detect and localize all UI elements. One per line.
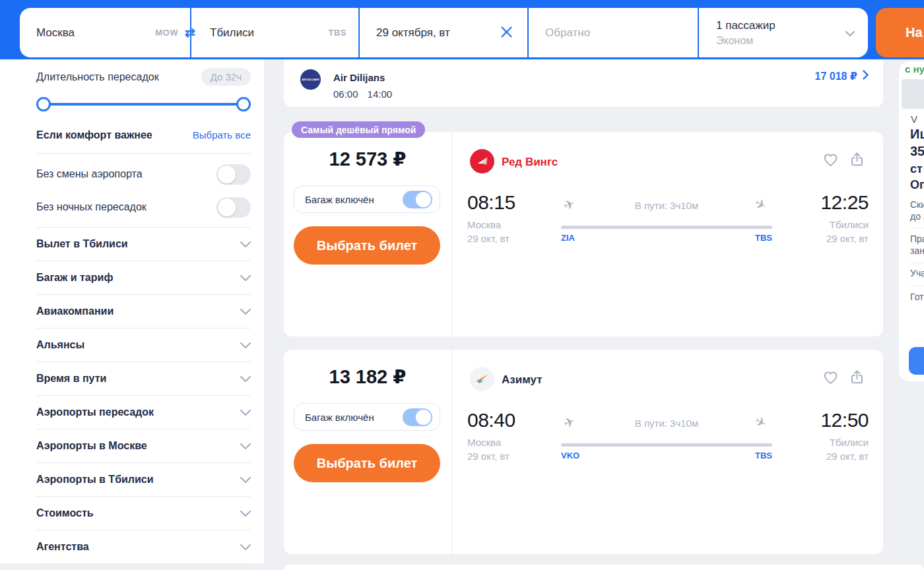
divider bbox=[910, 263, 924, 263]
promo-card-fragment: с ну V Иш 35 ст Оп Ски до 3 Пра зан Уча … bbox=[899, 61, 924, 381]
offer-card-azimut: 13 182 ₽ Багаж включён Выбрать билет Ази… bbox=[284, 350, 883, 554]
baggage-option-box: Багаж включён bbox=[294, 185, 440, 213]
promo-image-fragment bbox=[902, 79, 924, 109]
heart-icon bbox=[822, 369, 839, 388]
takeoff-icon: ✈ bbox=[561, 413, 578, 432]
next-card-fragment bbox=[284, 565, 924, 570]
no-airport-change-toggle[interactable] bbox=[216, 164, 251, 185]
arrival-date: 29 окт, вт bbox=[746, 233, 869, 244]
promo-heading-fragment: ст bbox=[910, 162, 923, 176]
select-all-link[interactable]: Выбрать все bbox=[193, 129, 251, 141]
cabin-class-value: Эконом bbox=[716, 35, 776, 47]
flight-times: 06:0014:00 bbox=[333, 88, 401, 100]
favorite-button[interactable] bbox=[822, 369, 839, 388]
departure-date: 29 окт, вт bbox=[467, 233, 510, 244]
passengers-value: 1 пассажир bbox=[716, 19, 776, 32]
arrival-date: 29 окт, вт bbox=[746, 451, 869, 462]
filters-sidebar: Длительность пересадок До 32ч Если комфо… bbox=[0, 59, 264, 563]
origin-field[interactable]: Москва MOW bbox=[20, 8, 190, 57]
departure-date: 29 окт, вт bbox=[467, 451, 510, 462]
depart-date-value: 29 октября, вт bbox=[376, 26, 450, 40]
flight-timeline bbox=[561, 226, 772, 229]
offer-price-link[interactable]: 17 018 ₽ bbox=[814, 70, 869, 82]
filter-section-price[interactable]: Стоимость bbox=[36, 497, 251, 530]
offer-price: 12 573 ₽ bbox=[284, 148, 451, 170]
depart-date-field[interactable]: 29 октября, вт bbox=[360, 8, 527, 57]
red-wings-logo bbox=[470, 149, 494, 174]
offer-card-red-wings: 12 573 ₽ Багаж включён Выбрать билет Ред… bbox=[284, 132, 883, 336]
select-ticket-button[interactable]: Выбрать билет bbox=[294, 444, 440, 482]
promo-item-fragment: до 3 bbox=[910, 211, 924, 222]
chevron-down-icon bbox=[240, 238, 251, 250]
slider-handle-max[interactable] bbox=[236, 97, 251, 111]
divider bbox=[36, 153, 251, 154]
share-button[interactable] bbox=[849, 369, 865, 387]
filter-section-baggage-tariff[interactable]: Багаж и тариф bbox=[36, 261, 251, 295]
destination-iata-code: TBS bbox=[329, 28, 347, 38]
chevron-down-icon bbox=[240, 507, 251, 519]
promo-ad-text-fragment: с ну bbox=[905, 63, 924, 75]
origin-iata-code: MOW bbox=[155, 28, 178, 38]
filter-section-airlines[interactable]: Авиакомпании bbox=[36, 295, 251, 329]
passengers-field[interactable]: 1 пассажир Эконом bbox=[699, 8, 868, 57]
clear-date-button[interactable] bbox=[500, 26, 513, 40]
swap-icon: ⇄ bbox=[185, 25, 195, 40]
slider-handle-min[interactable] bbox=[36, 97, 51, 111]
divider bbox=[451, 350, 452, 554]
chevron-down-icon bbox=[240, 440, 251, 452]
filter-section-layover-airports[interactable]: Аэропорты пересадок bbox=[36, 396, 251, 429]
no-night-layovers-toggle[interactable] bbox=[216, 197, 251, 218]
return-date-field[interactable]: Обратно bbox=[529, 8, 698, 57]
promo-heading-fragment: Оп bbox=[910, 178, 924, 192]
heart-icon bbox=[822, 152, 839, 170]
swap-directions-button[interactable]: ⇄ bbox=[178, 20, 202, 44]
departure-airport-code: VKO bbox=[561, 451, 579, 460]
destination-field[interactable]: Тбилиси TBS bbox=[191, 8, 358, 57]
airline-name: Азимут bbox=[502, 373, 543, 387]
baggage-toggle[interactable] bbox=[403, 191, 432, 208]
baggage-label: Багаж включён bbox=[305, 194, 374, 205]
takeoff-icon: ✈ bbox=[561, 195, 578, 214]
baggage-label: Багаж включён bbox=[305, 412, 374, 423]
filter-section-alliances[interactable]: Альянсы bbox=[36, 329, 251, 362]
promo-heading-fragment: Иш bbox=[910, 127, 924, 142]
favorite-button[interactable] bbox=[822, 152, 839, 170]
airline-name: Ред Вингс bbox=[502, 156, 558, 169]
chevron-right-icon bbox=[863, 70, 869, 82]
select-ticket-button[interactable]: Выбрать билет bbox=[294, 226, 440, 265]
layover-duration-badge: До 32ч bbox=[201, 68, 251, 86]
promo-logo-fragment: V bbox=[911, 113, 917, 125]
chevron-down-icon bbox=[240, 305, 251, 317]
chevron-down-icon bbox=[240, 339, 251, 351]
promo-cta-button[interactable] bbox=[909, 347, 924, 375]
close-icon bbox=[500, 26, 513, 40]
origin-value: Москва bbox=[36, 26, 75, 40]
filter-section-airports-tbilisi[interactable]: Аэропорты в Тбилиси bbox=[36, 463, 251, 497]
baggage-toggle[interactable] bbox=[403, 408, 432, 426]
chevron-down-icon bbox=[240, 272, 251, 284]
flight-duration: В пути: 3ч10м bbox=[581, 418, 752, 429]
filter-section-airports-moscow[interactable]: Аэропорты в Москве bbox=[36, 429, 251, 463]
layover-duration-slider[interactable] bbox=[36, 96, 251, 112]
filter-section-departure-tbilisi[interactable]: Вылет в Тбилиси bbox=[36, 228, 251, 261]
share-icon bbox=[849, 369, 865, 387]
filter-section-travel-time[interactable]: Время в пути bbox=[36, 362, 251, 396]
offer-card-air-dilijans[interactable]: AIR DILIJANS Air Dilijans 06:0014:00 17 … bbox=[284, 59, 883, 107]
filter-sections-list: Вылет в Тбилиси Багаж и тариф Авиакомпан… bbox=[36, 227, 251, 564]
layover-duration-label: Длительность пересадок bbox=[36, 71, 159, 83]
chevron-down-icon bbox=[845, 27, 855, 39]
arrival-time: 12:25 bbox=[746, 191, 869, 214]
divider bbox=[451, 132, 452, 336]
slider-track bbox=[39, 103, 248, 106]
arrival-time: 12:50 bbox=[746, 409, 869, 431]
share-button[interactable] bbox=[849, 151, 865, 170]
flight-search-results-page: Москва MOW ⇄ Тбилиси TBS 29 октября, вт … bbox=[0, 0, 924, 570]
comfort-section-title: Если комфорт важнее bbox=[36, 129, 152, 141]
return-date-placeholder: Обратно bbox=[545, 26, 590, 40]
baggage-option-box: Багаж включён bbox=[294, 403, 440, 431]
arrival-city: Тбилиси bbox=[746, 219, 869, 230]
offer-price: 13 182 ₽ bbox=[284, 365, 451, 388]
search-submit-button[interactable]: На bbox=[876, 8, 924, 57]
filter-section-agencies[interactable]: Агентства bbox=[36, 530, 251, 564]
chevron-down-icon bbox=[240, 541, 251, 553]
